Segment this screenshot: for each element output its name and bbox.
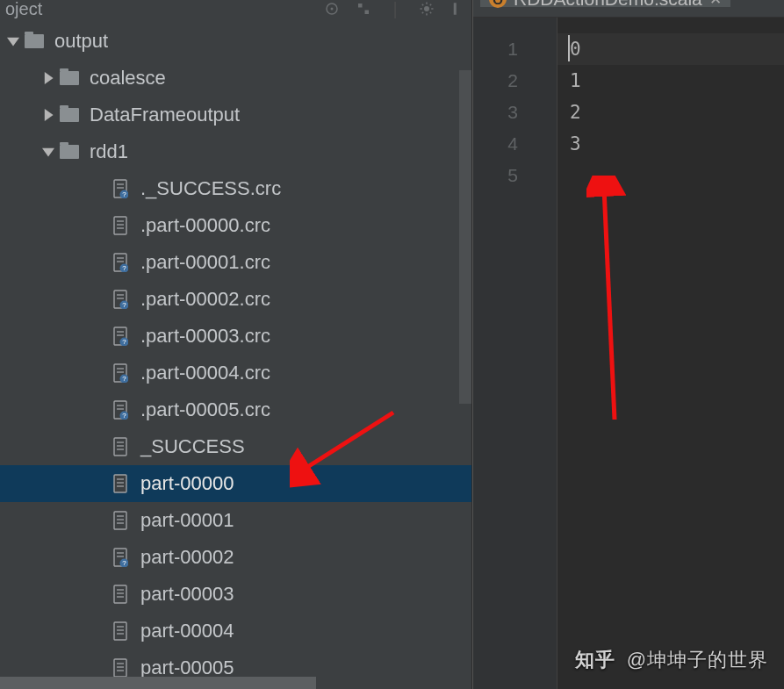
target-icon[interactable] (324, 1, 340, 17)
svg-rect-3 (454, 3, 457, 15)
unknown-file-icon: ? (111, 549, 130, 565)
svg-text:?: ? (122, 301, 126, 309)
project-tree[interactable]: output coalesce DataFrameoutput rdd1 ?. (0, 18, 471, 689)
unknown-file-icon: ? (111, 181, 130, 197)
tree-file[interactable]: part-00003 (0, 576, 471, 613)
text-file-icon (111, 660, 130, 676)
unknown-file-icon: ? (111, 255, 130, 270)
tree-folder-output[interactable]: output (0, 23, 471, 60)
svg-point-2 (424, 6, 429, 11)
tree-label: .part-00002.crc (140, 288, 270, 311)
tree-file[interactable]: part-00001 (0, 502, 471, 539)
tree-label: _SUCCESS (140, 435, 245, 458)
sidebar-tools: | (324, 1, 466, 17)
editor-tabbar: O RDDActionDemo.scala ✕ (473, 0, 784, 18)
tree-label: coalesce (90, 67, 166, 90)
unknown-file-icon: ? (111, 402, 130, 418)
unknown-file-icon: ? (111, 291, 130, 307)
tree-file[interactable]: ?.part-00005.crc (0, 391, 471, 428)
line-number: 4 (473, 128, 557, 160)
svg-text:?: ? (122, 375, 126, 383)
tree-file[interactable]: ?.part-00003.crc (0, 318, 471, 355)
text-file-icon (111, 513, 130, 528)
text-file-icon (111, 476, 130, 492)
line-number: 5 (473, 160, 557, 191)
text-file-icon (111, 218, 130, 233)
watermark-brand: 知乎 (575, 649, 615, 671)
tree-label: .part-00001.crc (140, 251, 270, 274)
tree-label: .part-00000.crc (140, 214, 270, 237)
unknown-file-icon: ? (111, 328, 130, 344)
tree-file[interactable]: ?part-00002 (0, 539, 471, 576)
tree-folder-rdd1[interactable]: rdd1 (0, 133, 471, 170)
tree-file[interactable]: ?._SUCCESS.crc (0, 170, 471, 207)
chevron-down-icon[interactable] (40, 144, 56, 160)
tree-label: part-00004 (140, 620, 234, 642)
svg-text:?: ? (122, 559, 126, 567)
chevron-down-icon[interactable] (5, 33, 21, 49)
sidebar-title: oject (5, 0, 324, 19)
tree-file[interactable]: ?.part-00004.crc (0, 355, 471, 391)
tree-label: part-00000 (140, 472, 234, 495)
text-file-icon (111, 623, 130, 639)
text-caret (568, 35, 570, 61)
svg-rect-63 (114, 659, 126, 677)
tree-label: part-00001 (140, 509, 234, 532)
tree-label: rdd1 (90, 140, 128, 163)
watermark: 知乎 @坤坤子的世界 (575, 647, 768, 673)
watermark-author: @坤坤子的世界 (627, 649, 768, 671)
code-line: 0 (570, 33, 784, 65)
tree-folder-dataframeoutput[interactable]: DataFrameoutput (0, 97, 471, 133)
code-area[interactable]: 0123 (557, 18, 784, 689)
svg-text:?: ? (122, 264, 126, 272)
svg-text:?: ? (122, 190, 126, 198)
close-icon[interactable]: ✕ (709, 0, 722, 9)
svg-text:?: ? (122, 412, 126, 420)
editor-tab[interactable]: O RDDActionDemo.scala ✕ (480, 0, 730, 7)
line-number: 1 (473, 33, 557, 65)
tree-label: part-00002 (140, 546, 234, 569)
tree-label: .part-00004.crc (140, 362, 270, 384)
chevron-right-icon[interactable] (40, 107, 56, 123)
gear-icon[interactable] (419, 1, 435, 17)
hide-icon[interactable] (450, 1, 466, 17)
tree-folder-coalesce[interactable]: coalesce (0, 60, 471, 97)
code-line: 1 (570, 65, 784, 97)
tree-file[interactable]: _SUCCESS (0, 428, 471, 465)
scala-badge-icon: O (489, 0, 507, 8)
tree-file[interactable]: ?.part-00002.crc (0, 281, 471, 318)
code-line (570, 160, 784, 191)
folder-icon (25, 33, 44, 49)
tree-file[interactable]: .part-00000.crc (0, 207, 471, 244)
svg-text:?: ? (122, 338, 126, 346)
tree-label: ._SUCCESS.crc (140, 177, 281, 200)
editor-area: O RDDActionDemo.scala ✕ 12345 0123 (472, 0, 784, 689)
horizontal-scrollbar[interactable] (0, 677, 316, 689)
tree-file[interactable]: part-00004 (0, 613, 471, 650)
tree-file[interactable]: part-00000 (0, 465, 471, 502)
code-line: 3 (570, 128, 784, 160)
svg-rect-59 (114, 622, 126, 640)
sidebar-header: oject | (0, 0, 471, 18)
tab-title: RDDActionDemo.scala (514, 0, 702, 10)
svg-point-1 (331, 8, 334, 11)
vertical-scrollbar[interactable] (459, 70, 471, 404)
svg-rect-38 (114, 438, 126, 456)
svg-rect-46 (114, 512, 126, 529)
collapse-icon[interactable] (356, 1, 371, 17)
tree-file[interactable]: ?.part-00001.crc (0, 244, 471, 281)
folder-icon (60, 70, 79, 86)
line-number: 2 (473, 65, 557, 97)
tree-label: output (54, 30, 108, 53)
project-sidebar: oject | output coalesce (0, 0, 472, 689)
chevron-right-icon[interactable] (40, 70, 56, 86)
divider-icon: | (387, 1, 403, 17)
svg-rect-42 (114, 475, 126, 492)
tree-label: .part-00003.crc (140, 325, 270, 348)
code-line: 2 (570, 97, 784, 128)
text-file-icon (111, 439, 130, 455)
tree-label: .part-00005.crc (140, 398, 270, 421)
line-gutter: 12345 (473, 18, 557, 689)
tree-label: part-00003 (140, 583, 234, 606)
editor-body[interactable]: 12345 0123 (473, 18, 784, 689)
